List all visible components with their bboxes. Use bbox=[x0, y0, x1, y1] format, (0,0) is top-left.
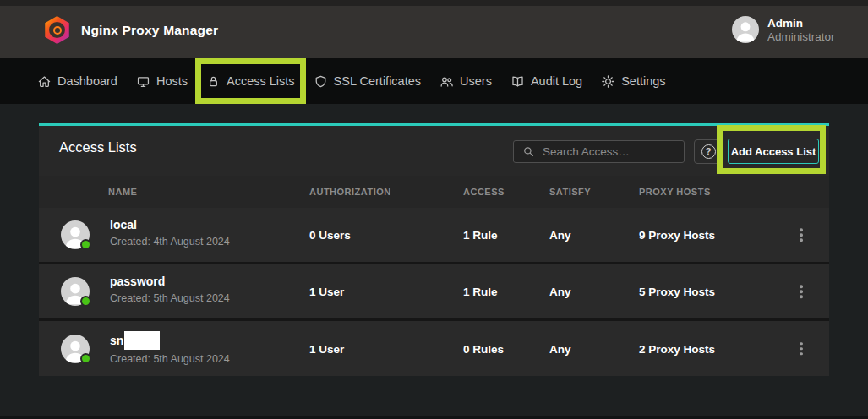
search-input[interactable] bbox=[543, 145, 675, 158]
created-date: Created: 5th August 2024 bbox=[110, 353, 230, 365]
monitor-icon bbox=[136, 74, 150, 89]
access-lists-panel: Access Lists ? Add Access List NAME AUTH… bbox=[39, 123, 829, 376]
user-avatar bbox=[732, 16, 759, 43]
nav-item-dashboard[interactable]: Dashboard bbox=[37, 74, 117, 89]
row-actions-kebab-icon[interactable] bbox=[794, 337, 808, 361]
created-date: Created: 5th August 2024 bbox=[110, 292, 230, 304]
panel-title: Access Lists bbox=[59, 139, 137, 155]
name-cell: password Created: 5th August 2024 bbox=[110, 275, 230, 304]
access-value: 1 Rule bbox=[463, 229, 498, 242]
nav-item-audit-log[interactable]: Audit Log bbox=[510, 74, 582, 89]
nav-item-access-lists[interactable]: Access Lists bbox=[206, 74, 295, 89]
satisfy-value: Any bbox=[549, 229, 571, 242]
book-icon bbox=[510, 74, 525, 89]
nav-item-hosts[interactable]: Hosts bbox=[136, 74, 188, 89]
brand-link[interactable]: Nginx Proxy Manager bbox=[44, 16, 218, 44]
add-access-list-wrap: Add Access List bbox=[728, 139, 819, 164]
gear-icon bbox=[601, 74, 615, 89]
add-access-list-button[interactable]: Add Access List bbox=[728, 139, 819, 164]
satisfy-value: Any bbox=[549, 286, 571, 298]
proxy-hosts-value: 9 Proxy Hosts bbox=[639, 229, 715, 242]
user-menu[interactable]: Admin Administrator bbox=[732, 16, 835, 43]
name-cell: local Created: 4th August 2024 bbox=[110, 218, 230, 248]
nav-label: SSL Certificates bbox=[334, 74, 421, 88]
authorization-value: 1 User bbox=[309, 286, 344, 298]
window-top-edge bbox=[0, 0, 868, 6]
home-icon bbox=[37, 74, 52, 89]
nav-label: Audit Log bbox=[531, 74, 582, 88]
access-list-name: sn bbox=[110, 334, 123, 347]
access-list-name: local bbox=[110, 218, 230, 232]
access-list-name: password bbox=[110, 275, 230, 289]
nav-label: Dashboard bbox=[57, 74, 117, 88]
table-row-password[interactable]: password Created: 5th August 2024 1 User… bbox=[39, 264, 829, 318]
column-header-proxy-hosts: PROXY HOSTS bbox=[639, 187, 711, 197]
avatar bbox=[61, 220, 90, 249]
authorization-value: 0 Users bbox=[309, 229, 351, 242]
users-icon bbox=[439, 74, 454, 89]
status-online-dot bbox=[80, 353, 91, 364]
lock-icon bbox=[206, 74, 221, 89]
app-title: Nginx Proxy Manager bbox=[81, 23, 218, 38]
help-icon: ? bbox=[701, 144, 716, 159]
access-value: 1 Rule bbox=[463, 286, 498, 298]
nav-item-users[interactable]: Users bbox=[439, 74, 492, 89]
shield-icon bbox=[314, 74, 328, 89]
nav-label: Settings bbox=[621, 74, 665, 88]
authorization-value: 1 User bbox=[309, 342, 344, 355]
proxy-hosts-value: 5 Proxy Hosts bbox=[639, 286, 715, 298]
nav-label: Access Lists bbox=[227, 74, 295, 88]
app-logo-icon bbox=[44, 16, 70, 44]
nav-item-ssl-certificates[interactable]: SSL Certificates bbox=[314, 74, 421, 89]
table-body: local Created: 4th August 2024 0 Users 1… bbox=[39, 208, 829, 376]
status-online-dot bbox=[80, 296, 91, 307]
search-box bbox=[513, 140, 685, 163]
proxy-hosts-value: 2 Proxy Hosts bbox=[639, 342, 715, 355]
app-header: Nginx Proxy Manager Admin Administrator bbox=[0, 6, 868, 58]
main-nav: Dashboard Hosts Access Lists SSL Certifi… bbox=[0, 58, 868, 104]
table-row-sn-redacted[interactable]: sn Created: 5th August 2024 1 User 0 Rul… bbox=[39, 321, 829, 376]
user-role: Administrator bbox=[767, 30, 835, 43]
avatar bbox=[61, 335, 90, 363]
redaction-box bbox=[124, 331, 160, 350]
user-name: Admin bbox=[767, 17, 835, 30]
row-actions-kebab-icon[interactable] bbox=[794, 223, 808, 247]
column-header-satisfy: SATISFY bbox=[549, 187, 591, 197]
created-date: Created: 4th August 2024 bbox=[110, 236, 230, 248]
status-online-dot bbox=[80, 239, 91, 250]
access-value: 0 Rules bbox=[463, 342, 504, 355]
nginx-proxy-manager-app: { "app": { "title": "Nginx Proxy Manager… bbox=[0, 0, 868, 419]
avatar bbox=[61, 277, 90, 306]
column-header-access: ACCESS bbox=[463, 187, 505, 197]
row-actions-kebab-icon[interactable] bbox=[794, 280, 808, 303]
help-button[interactable]: ? bbox=[694, 139, 723, 164]
name-cell: sn Created: 5th August 2024 bbox=[110, 331, 230, 365]
table-row-local[interactable]: local Created: 4th August 2024 0 Users 1… bbox=[39, 208, 829, 262]
satisfy-value: Any bbox=[549, 342, 571, 355]
table-header-row: NAME AUTHORIZATION ACCESS SATISFY PROXY … bbox=[39, 176, 829, 208]
nav-item-settings[interactable]: Settings bbox=[601, 74, 665, 89]
column-header-authorization: AUTHORIZATION bbox=[309, 187, 391, 197]
nav-label: Users bbox=[460, 74, 492, 88]
nav-label: Hosts bbox=[156, 74, 188, 88]
search-icon bbox=[522, 145, 535, 158]
column-header-name: NAME bbox=[108, 187, 137, 197]
